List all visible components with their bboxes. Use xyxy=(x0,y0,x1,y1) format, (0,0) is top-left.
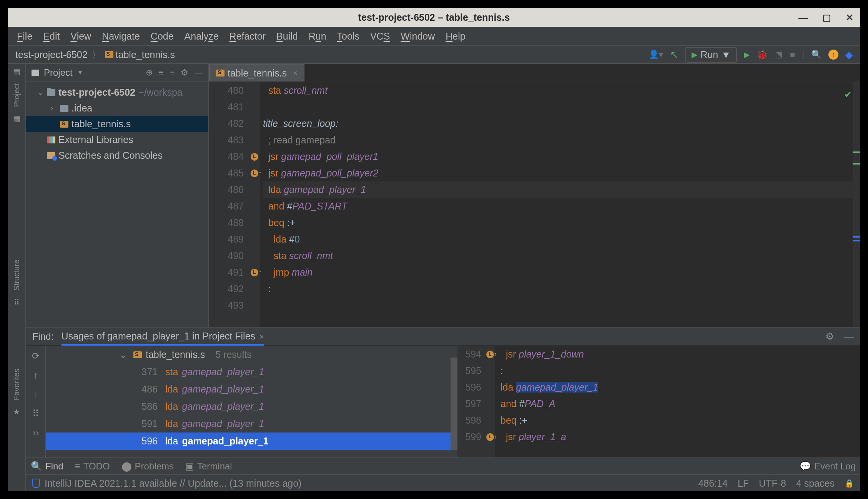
gutter-marker[interactable] xyxy=(249,215,260,231)
gutter-marker[interactable] xyxy=(485,379,495,396)
find-file-group[interactable]: ⌄ table_tennis.s 5 results xyxy=(46,346,457,363)
line-number[interactable]: 492 xyxy=(209,281,244,297)
gutter-marker[interactable] xyxy=(485,412,495,429)
gutter-marker[interactable] xyxy=(249,115,260,132)
find-result-row[interactable]: 596 lda gamepad_player_1 xyxy=(46,432,457,450)
line-number[interactable]: 595 xyxy=(457,363,481,379)
gutter-marker[interactable]: L xyxy=(485,346,495,363)
gutter-marker[interactable]: L xyxy=(249,264,260,281)
titlebar[interactable]: test-project-6502 – table_tennis.s — ▢ ✕ xyxy=(8,8,860,27)
usage-marker-icon[interactable]: L xyxy=(251,153,258,161)
tree-idea-folder[interactable]: › .idea xyxy=(26,100,208,116)
find-result-row[interactable]: 486 lda gamepad_player_1 xyxy=(46,381,457,398)
menu-tools[interactable]: Tools xyxy=(337,31,359,42)
gutter-marker[interactable]: L xyxy=(485,429,495,445)
code-line[interactable]: lda #0 xyxy=(263,231,853,248)
code-line[interactable]: jsr player_1_down xyxy=(501,346,860,363)
line-number[interactable]: 490 xyxy=(209,248,244,264)
gutter-marker[interactable] xyxy=(485,363,495,379)
debug-button[interactable]: 🐞 xyxy=(757,49,768,60)
stripe-mark[interactable] xyxy=(853,236,860,238)
gear-icon[interactable]: ⚙ xyxy=(181,68,188,78)
bottom-tab-todo[interactable]: ≡ TODO xyxy=(75,461,110,472)
rail-structure[interactable]: Structure xyxy=(12,257,21,293)
error-stripe[interactable] xyxy=(853,82,860,327)
maximize-button[interactable]: ▢ xyxy=(822,12,831,23)
line-number[interactable]: 484 xyxy=(209,148,244,165)
marker-gutter[interactable]: LLL xyxy=(249,82,260,327)
stripe-mark[interactable] xyxy=(853,240,860,241)
menu-view[interactable]: View xyxy=(70,31,91,42)
line-number[interactable]: 597 xyxy=(457,396,481,412)
line-number[interactable]: 487 xyxy=(209,198,244,215)
gutter-marker[interactable] xyxy=(249,248,260,264)
bottom-tab-event-log[interactable]: 💬 Event Log xyxy=(800,461,856,472)
preview-code[interactable]: jsr player_1_down:lda gamepad_player_1an… xyxy=(495,346,860,457)
bottom-tab-find[interactable]: 🔍 Find xyxy=(31,461,63,472)
code-line[interactable]: : xyxy=(263,281,853,297)
find-result-row[interactable]: 591 lda gamepad_player_1 xyxy=(46,415,457,432)
line-number[interactable]: 491 xyxy=(209,264,244,281)
code-line[interactable]: and #PAD_START xyxy=(263,198,853,215)
shield-icon[interactable] xyxy=(32,479,40,488)
project-panel-title[interactable]: Project xyxy=(44,67,73,78)
menu-navigate[interactable]: Navigate xyxy=(102,31,140,42)
code-line[interactable] xyxy=(263,99,853,115)
usage-marker-icon[interactable]: L xyxy=(251,269,258,276)
status-caret-position[interactable]: 486:14 xyxy=(698,478,727,489)
gutter-marker[interactable] xyxy=(249,297,260,314)
line-number[interactable]: 482 xyxy=(209,115,244,132)
gutter-marker[interactable] xyxy=(249,132,260,148)
breadcrumb-file[interactable]: table_tennis.s xyxy=(105,49,175,60)
usage-marker-icon[interactable]: L xyxy=(486,351,494,358)
code-line[interactable]: jsr player_1_a xyxy=(501,429,860,445)
preview-marker-gutter[interactable]: LL xyxy=(485,346,495,457)
menu-build[interactable]: Build xyxy=(276,31,298,42)
minimize-button[interactable]: — xyxy=(798,12,808,23)
line-number[interactable]: 489 xyxy=(209,231,244,248)
lock-icon[interactable]: 🔒 xyxy=(845,479,854,488)
menu-edit[interactable]: Edit xyxy=(43,31,60,42)
prev-occurrence-icon[interactable]: ↑ xyxy=(33,370,38,381)
code-line[interactable]: title_screen_loop: xyxy=(263,115,853,132)
rerun-icon[interactable]: ⟳ xyxy=(32,351,40,361)
line-number[interactable]: 594 xyxy=(457,346,481,363)
status-indent[interactable]: 4 spaces xyxy=(796,478,835,489)
ide-settings-icon[interactable]: ◆ xyxy=(845,49,853,60)
code-line[interactable]: jsr gamepad_poll_player2 xyxy=(263,165,853,181)
line-number[interactable]: 596 xyxy=(457,379,481,396)
build-button[interactable]: ↖ xyxy=(670,49,678,61)
menu-file[interactable]: File xyxy=(17,31,32,42)
commit-rail-icon[interactable]: ▦ xyxy=(13,114,20,123)
gutter-marker[interactable] xyxy=(249,281,260,297)
menu-vcs[interactable]: VCS xyxy=(370,31,390,42)
tree-file-table-tennis[interactable]: table_tennis.s xyxy=(26,116,208,132)
status-encoding[interactable]: UTF-8 xyxy=(759,478,786,489)
tree-external-libraries[interactable]: External Libraries xyxy=(26,132,208,148)
line-number[interactable]: 483 xyxy=(209,132,244,148)
coverage-button[interactable]: ⬔ xyxy=(775,50,783,60)
structure-rail-icon[interactable]: ⠿ xyxy=(14,298,20,307)
code-line[interactable]: lda gamepad_player_1 xyxy=(501,379,860,396)
editor-tab-table-tennis[interactable]: table_tennis.s × xyxy=(209,64,304,82)
line-number[interactable]: 599 xyxy=(457,429,481,445)
gutter-marker[interactable]: L xyxy=(249,148,260,165)
line-number[interactable]: 598 xyxy=(457,412,481,429)
project-rail-icon[interactable]: ▤ xyxy=(13,67,20,76)
gutter-marker[interactable] xyxy=(249,82,260,99)
stripe-mark[interactable] xyxy=(853,163,860,165)
preview-gutter[interactable]: 594595596597598599 xyxy=(457,346,485,457)
bottom-tab-terminal[interactable]: ▣ Terminal xyxy=(185,461,232,472)
code-line[interactable]: beq :+ xyxy=(501,412,860,429)
user-icon[interactable]: 👤▾ xyxy=(649,50,663,60)
hide-panel-icon[interactable]: — xyxy=(195,68,203,78)
rail-project[interactable]: Project xyxy=(12,81,21,109)
menu-run[interactable]: Run xyxy=(309,31,326,42)
close-button[interactable]: ✕ xyxy=(846,12,853,23)
run-button[interactable]: ▶ xyxy=(744,50,750,59)
usage-marker-icon[interactable]: L xyxy=(251,170,258,177)
code-line[interactable]: : xyxy=(501,363,860,379)
scrollbar[interactable] xyxy=(451,358,457,450)
code-line[interactable]: ; read gamepad xyxy=(263,132,853,148)
gutter-marker[interactable] xyxy=(249,181,260,198)
